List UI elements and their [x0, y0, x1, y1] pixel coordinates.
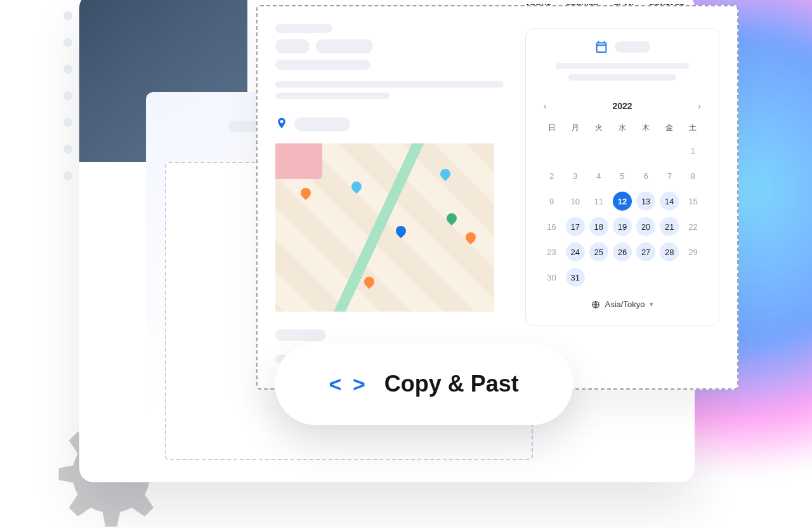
calendar-day-available[interactable]: 24: [563, 242, 587, 261]
dow-label: 木: [634, 122, 658, 133]
dow-label: 火: [587, 122, 610, 133]
calendar-day: 7: [658, 166, 681, 185]
calendar-day: 15: [681, 192, 705, 211]
calendar-day: 6: [634, 166, 658, 185]
calendar-next-button[interactable]: ›: [694, 98, 705, 114]
tag-placeholder: [275, 39, 310, 53]
calendar-icon: [594, 40, 608, 54]
calendar-subtitle-placeholder: [556, 63, 689, 69]
calendar-day-available[interactable]: 25: [587, 242, 610, 261]
embed-card: ‹ 2022 › 日月火水木金土 12345678910111213141516…: [256, 5, 738, 390]
calendar-day-available[interactable]: 27: [634, 242, 658, 261]
calendar-title-placeholder: [615, 41, 650, 53]
copy-paste-label: Copy & Past: [384, 371, 519, 397]
calendar-day: 16: [540, 217, 563, 236]
calendar-day-available[interactable]: 19: [610, 217, 634, 236]
calendar-day: [658, 141, 681, 160]
calendar-day: [634, 141, 658, 160]
calendar-day-available[interactable]: 18: [587, 217, 610, 236]
calendar-day-available[interactable]: 21: [658, 217, 681, 236]
title-placeholder: [275, 24, 332, 33]
calendar-day: 23: [540, 242, 563, 261]
body-line-placeholder: [275, 81, 504, 88]
embedded-map[interactable]: [275, 143, 494, 312]
dow-label: 水: [610, 122, 634, 133]
timezone-selector[interactable]: Asia/Tokyo ▾: [540, 300, 705, 309]
calendar-day-selected[interactable]: 12: [610, 192, 634, 211]
footer-placeholder: [275, 329, 326, 341]
tag-placeholder: [316, 39, 373, 53]
dow-label: 土: [681, 122, 705, 133]
calendar-day-available[interactable]: 28: [658, 242, 681, 261]
calendar-day: [587, 141, 610, 160]
calendar-day: 11: [587, 192, 610, 211]
subtitle-placeholder: [275, 60, 370, 70]
calendar-day-available[interactable]: 31: [563, 268, 587, 287]
calendar-day-available[interactable]: 14: [658, 192, 681, 211]
calendar-day: 29: [681, 242, 705, 261]
calendar-day-of-week-row: 日月火水木金土: [540, 122, 705, 133]
dow-label: 金: [658, 122, 681, 133]
calendar-day: [610, 141, 634, 160]
calendar-day: [540, 141, 563, 160]
body-line-placeholder: [275, 93, 390, 99]
calendar-day: 2: [540, 166, 563, 185]
copy-paste-pill[interactable]: < > Copy & Past: [275, 343, 573, 425]
timezone-label: Asia/Tokyo: [605, 300, 645, 309]
calendar-prev-button[interactable]: ‹: [540, 98, 551, 114]
calendar-day: 30: [540, 268, 563, 287]
chevron-down-icon: ▾: [650, 300, 653, 308]
calendar-day-available[interactable]: 20: [634, 217, 658, 236]
code-brackets-icon: < >: [329, 372, 368, 397]
calendar-day: 4: [587, 166, 610, 185]
calendar-day-available[interactable]: 26: [610, 242, 634, 261]
calendar-year-label: 2022: [612, 101, 632, 111]
dow-label: 月: [563, 122, 587, 133]
calendar-day-available[interactable]: 13: [634, 192, 658, 211]
calendar-day: 9: [540, 192, 563, 211]
decorative-dots: [63, 11, 72, 198]
calendar-day-available[interactable]: 17: [563, 217, 587, 236]
calendar-day: 1: [681, 141, 705, 160]
calendar-panel: ‹ 2022 › 日月火水木金土 12345678910111213141516…: [525, 28, 719, 326]
calendar-subtitle-placeholder: [568, 74, 676, 81]
calendar-day: [563, 141, 587, 160]
calendar-day: 8: [681, 166, 705, 185]
calendar-day: 3: [563, 166, 587, 185]
globe-icon: [591, 300, 600, 309]
location-placeholder: [294, 117, 350, 131]
calendar-grid: 1234567891011121314151617181920212223242…: [540, 141, 705, 287]
calendar-day: 10: [563, 192, 587, 211]
calendar-day: 5: [610, 166, 634, 185]
dow-label: 日: [540, 122, 563, 133]
calendar-day: 22: [681, 217, 705, 236]
location-pin-icon: [275, 116, 288, 133]
